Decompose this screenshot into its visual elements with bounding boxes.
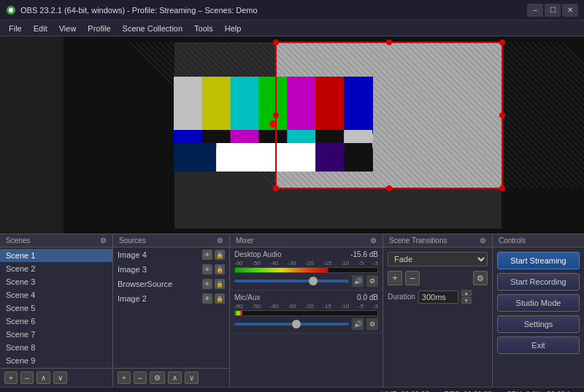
sources-config-icon[interactable]: ⚙ [217,237,223,245]
controls-area: Scenes ⚙ Scene 1 Scene 2 Scene 3 Scene 4… [0,234,584,387]
sources-config-button[interactable]: ⚙ [150,372,165,384]
transitions-remove-button[interactable]: – [405,271,420,285]
scenes-add-button[interactable]: + [4,372,18,384]
title-bar-controls: – ☐ ✕ [527,4,578,17]
mixer-gear-mic[interactable]: ⚙ [366,318,378,330]
controls-header: Controls [493,234,584,247]
svg-point-1 [9,8,13,12]
minimize-button[interactable]: – [527,4,543,17]
scene-item-6[interactable]: Scene 6 [0,315,112,328]
scene-item-5[interactable]: Scene 5 [0,301,112,315]
mixer-db-mic: 0.0 dB [357,293,378,301]
menu-file[interactable]: File [3,23,28,34]
menu-scene-collection[interactable]: Scene Collection [117,23,189,34]
duration-label: Duration [388,293,415,301]
source-name-browser: BrowserSource [118,280,172,288]
status-bar: LIVE: 00:00:00 REC: 00:00:00 CPU: 0.8%, … [0,387,584,392]
mixer-name-mic: Mic/Aux [234,293,261,301]
title-bar-left: OBS 23.2.1 (64-bit, windows) - Profile: … [6,5,258,15]
transition-select[interactable]: Fade Cut Move Swipe Slide Stinger [388,252,488,266]
transitions-gear-button[interactable]: ⚙ [473,271,488,285]
duration-down-button[interactable]: ▼ [461,297,472,304]
mixer-label-desktop: Desktop Audio -15.6 dB [234,250,378,258]
mixer-channel-mic: Mic/Aux 0.0 dB -60-50-40-30-20-15-10-5-3… [230,291,383,334]
mixer-config-icon[interactable]: ⚙ [370,237,377,245]
sources-down-button[interactable]: ∨ [185,372,199,384]
source-icons-image3: 👁 🔒 [202,264,225,274]
settings-button[interactable]: Settings [497,315,580,333]
source-eye-icon-image3[interactable]: 👁 [202,264,212,274]
transitions-inner: Fade Cut Move Swipe Slide Stinger + – ⚙ … [383,247,492,387]
transitions-config-icon[interactable]: ⚙ [480,237,486,245]
start-recording-button[interactable]: Start Recording [497,273,580,291]
scenes-config-icon[interactable]: ⚙ [100,237,107,245]
source-lock-icon-image2[interactable]: 🔒 [215,293,225,304]
mixer-mute-mic[interactable]: 🔊 [352,318,364,330]
scenes-up-button[interactable]: ∧ [36,372,50,384]
mixer-label: Mixer [236,237,253,245]
controls-panel: Controls Start Streaming Start Recording… [493,234,584,387]
preview-canvas [0,36,584,234]
maximize-button[interactable]: ☐ [545,4,561,17]
source-eye-icon-browser[interactable]: 👁 [202,279,212,289]
source-item-image3[interactable]: Image 3 👁 🔒 [113,262,229,277]
source-icons-browser: 👁 🔒 [202,279,225,289]
scenes-footer: + – ∧ ∨ [0,368,112,387]
source-eye-icon-image4[interactable]: 👁 [202,250,212,260]
source-lock-icon-image3[interactable]: 🔒 [215,264,225,274]
scene-item-7[interactable]: Scene 7 [0,328,112,341]
menu-profile[interactable]: Profile [82,23,116,34]
source-icons-image2: 👁 🔒 [202,293,225,304]
mixer-fader-handle-mic[interactable] [292,320,301,328]
sources-remove-button[interactable]: – [134,372,147,384]
scenes-label: Scenes [6,237,30,245]
menu-help[interactable]: Help [219,23,247,34]
duration-up-button[interactable]: ▲ [461,290,472,296]
menu-edit[interactable]: Edit [28,23,53,34]
menu-view[interactable]: View [53,23,82,34]
scene-item-4[interactable]: Scene 4 [0,288,112,301]
mixer-db-desktop: -15.6 dB [350,250,378,258]
transitions-panel: Scene Transitions ⚙ Fade Cut Move Swipe … [383,234,493,387]
source-item-image4[interactable]: Image 4 👁 🔒 [113,247,229,262]
scenes-panel: Scenes ⚙ Scene 1 Scene 2 Scene 3 Scene 4… [0,234,113,387]
mixer-level-desktop [235,268,328,272]
mixer-channel-desktop: Desktop Audio -15.6 dB -60-50-40-30-20-1… [230,247,383,291]
studio-mode-button[interactable]: Studio Mode [497,294,580,312]
scene-item-3[interactable]: Scene 3 [0,275,112,288]
source-lock-icon-image4[interactable]: 🔒 [215,250,225,260]
transitions-add-button[interactable]: + [388,271,402,285]
source-eye-icon-image2[interactable]: 👁 [202,293,212,304]
scene-item-9[interactable]: Scene 9 [0,354,112,367]
source-name-image3: Image 3 [118,265,147,274]
scenes-remove-button[interactable]: – [20,372,34,384]
mixer-gear-desktop[interactable]: ⚙ [366,275,378,287]
source-icons-image4: 👁 🔒 [202,250,225,260]
mixer-scale-desktop: -60-50-40-30-20-15-10-5-3 [234,260,378,266]
sources-header: Sources ⚙ [113,234,229,247]
source-name-image4: Image 4 [118,250,147,259]
scene-item-8[interactable]: Scene 8 [0,341,112,354]
source-lock-icon-browser[interactable]: 🔒 [215,279,225,289]
mixer-fader-handle-desktop[interactable] [309,277,318,285]
scene-item-2[interactable]: Scene 2 [0,262,112,275]
close-button[interactable]: ✕ [562,4,578,17]
exit-button[interactable]: Exit [497,337,580,354]
scenes-list: Scene 1 Scene 2 Scene 3 Scene 4 Scene 5 … [0,247,112,368]
mixer-fader-desktop[interactable] [234,280,349,283]
scene-item-1[interactable]: Scene 1 [0,249,112,262]
source-item-image2[interactable]: Image 2 👁 🔒 [113,291,229,306]
sources-add-button[interactable]: + [118,372,131,384]
obs-icon [6,5,16,15]
source-item-browser[interactable]: BrowserSource 👁 🔒 [113,277,229,291]
mixer-level-mic [235,311,242,315]
scenes-down-button[interactable]: ∨ [53,372,67,384]
title-bar-title: OBS 23.2.1 (64-bit, windows) - Profile: … [20,6,258,15]
source-name-image2: Image 2 [118,294,147,303]
menu-tools[interactable]: Tools [188,23,219,34]
mixer-fader-mic[interactable] [234,323,349,326]
start-streaming-button[interactable]: Start Streaming [497,252,580,269]
sources-up-button[interactable]: ∧ [168,372,182,384]
mixer-mute-desktop[interactable]: 🔊 [352,275,364,287]
duration-input[interactable] [418,291,458,304]
